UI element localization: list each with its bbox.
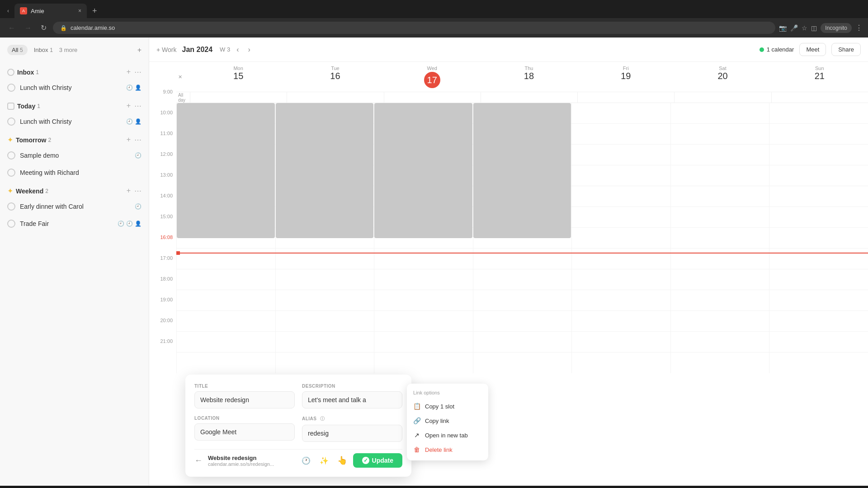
inbox-section-header: Inbox 1 + ⋯ [0, 62, 149, 79]
cursor-icon-btn[interactable]: 👆 [335, 453, 349, 468]
task-meeting-richard[interactable]: Meeting with Richard [0, 164, 149, 181]
row-2000 [176, 332, 868, 352]
inbox-add-btn[interactable]: + [127, 68, 131, 76]
url-text: calendar.amie.so [71, 24, 115, 31]
sidebar-toggle-icon[interactable]: ◫ [811, 24, 817, 32]
url-bar[interactable]: 🔒 calendar.amie.so [53, 22, 775, 34]
allday-thu[interactable] [481, 92, 577, 103]
menu-icon[interactable]: ⋮ [855, 23, 863, 32]
work-label: + Work [156, 46, 176, 53]
allday-fri[interactable] [577, 92, 674, 103]
today-add-btn[interactable]: + [127, 102, 131, 110]
copy-link-label: Copy link [425, 418, 449, 424]
task-early-dinner-carol[interactable]: Early dinner with Carol 🕘 [0, 198, 149, 215]
back-btn[interactable]: ← [5, 22, 18, 34]
day-header-sun[interactable]: Sun 21 [771, 62, 868, 92]
tab-all[interactable]: All 5 [7, 45, 28, 55]
task-check-circle[interactable] [7, 169, 15, 177]
meet-btn[interactable]: Meet [799, 43, 826, 56]
cal-actions: 1 calendar Meet Share [760, 43, 861, 56]
task-icons: 🕘 🕘 👤 [118, 221, 142, 227]
allday-wed[interactable] [384, 92, 481, 103]
alias-input[interactable] [302, 425, 402, 442]
location-input[interactable] [194, 423, 295, 441]
task-check-circle[interactable] [7, 220, 15, 228]
task-check-circle[interactable] [7, 151, 15, 160]
title-input[interactable] [194, 391, 295, 408]
allday-label: All day [176, 92, 190, 103]
task-trade-fair[interactable]: Trade Fair 🕘 🕘 👤 [0, 215, 149, 232]
today-actions: + ⋯ [127, 102, 142, 110]
event-thu[interactable] [473, 103, 571, 238]
clock-icon-btn[interactable]: 🕐 [299, 453, 313, 468]
event-wed[interactable] [374, 103, 472, 238]
update-check-icon: ✓ [362, 457, 369, 464]
allday-sun[interactable] [771, 92, 868, 103]
allday-mon[interactable] [190, 92, 287, 103]
add-item-btn[interactable]: + [137, 46, 142, 54]
task-check-circle[interactable] [7, 84, 15, 92]
task-check-circle[interactable] [7, 202, 15, 211]
tomorrow-add-btn[interactable]: + [127, 136, 131, 144]
tab-inbox[interactable]: Inbox 1 [29, 45, 57, 55]
task-lunch-christy-today[interactable]: Lunch with Christy 🕘 👤 [0, 113, 149, 130]
allday-sat[interactable] [674, 92, 771, 103]
task-check-circle[interactable] [7, 117, 15, 126]
panel-top-row: TITLE DESCRIPTION Link options 📋 Copy 1 … [194, 384, 402, 408]
share-btn[interactable]: Share [831, 43, 861, 56]
forward-btn[interactable]: → [22, 22, 34, 34]
new-tab-btn[interactable]: + [89, 5, 101, 18]
allday-tue[interactable] [287, 92, 383, 103]
day-header-tue[interactable]: Tue 16 [287, 62, 383, 92]
inbox-more-btn[interactable]: ⋯ [134, 68, 142, 76]
row-2100 [176, 352, 868, 373]
time-1600: 16:08 [149, 235, 176, 255]
time-1000: 10:00 [149, 110, 176, 131]
day-header-thu[interactable]: Thu 18 [481, 62, 577, 92]
weekend-more-btn[interactable]: ⋯ [134, 187, 142, 195]
cal-week: W 3 [220, 46, 230, 53]
copy-slot-btn[interactable]: 📋 Copy 1 slot [407, 399, 488, 413]
incognito-badge: Incognito [821, 23, 852, 33]
lock-icon: 🔒 [60, 25, 67, 31]
task-lunch-christy-inbox[interactable]: Lunch with Christy 🕘 👤 [0, 79, 149, 96]
description-input[interactable] [302, 391, 402, 408]
today-more-btn[interactable]: ⋯ [134, 102, 142, 110]
tab-more[interactable]: 3 more [59, 47, 77, 53]
task-sample-demo[interactable]: Sample demo 🕘 [0, 147, 149, 164]
cal-prev-btn[interactable]: ‹ [234, 44, 241, 56]
cell-sun-900[interactable] [769, 103, 868, 123]
update-btn[interactable]: ✓ Update [353, 453, 402, 468]
open-new-tab-btn[interactable]: ↗ Open in new tab [407, 428, 488, 442]
day-header-sat[interactable]: Sat 20 [674, 62, 771, 92]
allday-cross: ✕ [176, 62, 190, 92]
event-tue[interactable] [276, 103, 374, 238]
tab-back-arrow[interactable]: ‹ [4, 5, 13, 17]
copy-link-btn[interactable]: 🔗 Copy link [407, 413, 488, 428]
star-icon[interactable]: ☆ [802, 24, 807, 32]
tomorrow-title: Tomorrow [16, 136, 46, 144]
delete-link-icon: 🗑 [413, 446, 420, 453]
alias-label: ALIAS ⓘ [302, 416, 402, 422]
time-2100: 21:00 [149, 338, 176, 359]
delete-link-btn[interactable]: 🗑 Delete link [407, 442, 488, 457]
day-name: Tue [288, 66, 382, 71]
weekend-add-btn[interactable]: + [127, 187, 131, 195]
tomorrow-more-btn[interactable]: ⋯ [134, 136, 142, 144]
day-header-mon[interactable]: Mon 15 [190, 62, 287, 92]
event-mon[interactable] [177, 103, 275, 238]
panel-back-btn[interactable]: ← [194, 456, 203, 465]
tab-close-btn[interactable]: × [78, 8, 81, 14]
cell-sat-900[interactable] [670, 103, 769, 123]
sparkle-icon-btn[interactable]: ✨ [317, 453, 331, 468]
reload-btn[interactable]: ↻ [38, 22, 49, 34]
cal-next-btn[interactable]: › [245, 44, 253, 56]
app-container: All 5 Inbox 1 3 more + Inbox 1 + ⋯ Lunch… [0, 38, 868, 486]
day-header-wed[interactable]: Wed 17 [384, 62, 481, 92]
active-tab[interactable]: A Amie × [14, 4, 87, 18]
day-num: 21 [773, 71, 866, 81]
cell-fri-900[interactable] [571, 103, 670, 123]
task-name: Sample demo [20, 152, 130, 159]
day-header-fri[interactable]: Fri 19 [577, 62, 674, 92]
time-1700: 17:00 [149, 255, 176, 276]
